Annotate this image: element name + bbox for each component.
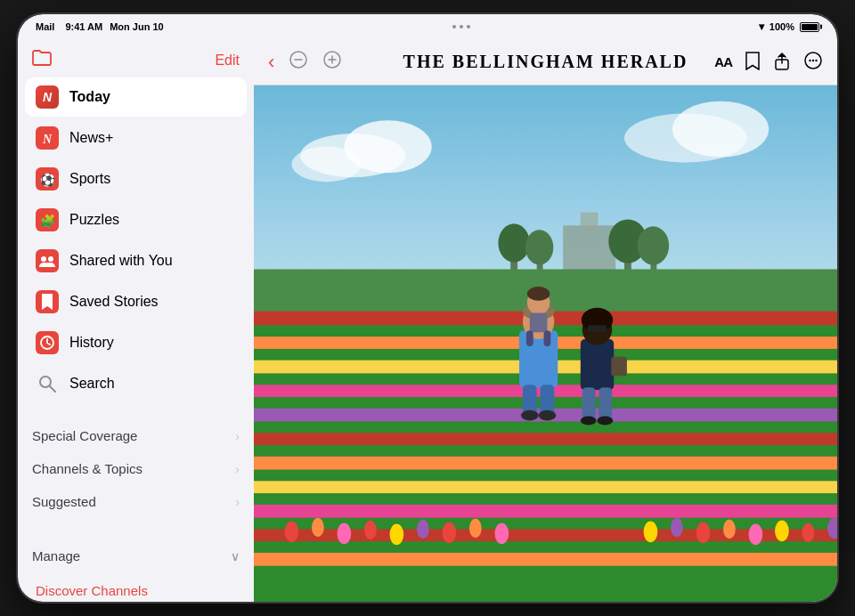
sidebar-item-sports[interactable]: ⚽ Sports (25, 159, 247, 199)
svg-point-90 (417, 520, 429, 539)
back-button[interactable]: ‹ (268, 51, 274, 74)
sidebar-item-sharedwithyou[interactable]: Shared with You (25, 241, 247, 280)
like-button[interactable] (322, 50, 342, 74)
svg-point-98 (749, 524, 763, 546)
svg-rect-55 (254, 481, 837, 495)
svg-rect-80 (582, 387, 596, 420)
main-content: ‹ (254, 39, 837, 602)
svg-point-27 (291, 147, 362, 182)
publication-title: The Bellingham Herald (403, 52, 688, 72)
status-app: Mail (36, 21, 54, 32)
folder-icon[interactable] (32, 50, 52, 70)
dot2 (460, 25, 463, 28)
manage-label: Manage (32, 548, 80, 563)
manage-header[interactable]: Manage ∨ (18, 539, 254, 572)
sidebar-header: Edit (18, 39, 254, 77)
sharedwithyou-icon (36, 249, 59, 272)
svg-line-13 (50, 386, 55, 392)
svg-rect-79 (588, 325, 607, 332)
dot1 (452, 25, 456, 28)
svg-point-35 (525, 230, 553, 264)
font-size-button[interactable]: AA (714, 54, 732, 69)
dislike-button[interactable] (289, 50, 308, 74)
svg-rect-70 (526, 330, 533, 346)
sidebar-item-label-savedstories: Saved Stories (69, 294, 159, 310)
section-label-channels-topics: Channels & Topics (32, 461, 142, 476)
sidebar-item-label-today: Today (69, 89, 110, 105)
section-label-suggested: Suggested (32, 494, 96, 509)
toolbar-center: The Bellingham Herald (393, 52, 698, 72)
puzzles-icon: 🧩 (36, 208, 59, 231)
app-content: Edit N Today N (18, 39, 837, 602)
svg-rect-57 (254, 505, 837, 520)
svg-point-100 (802, 523, 815, 543)
svg-point-39 (638, 226, 669, 264)
svg-point-88 (364, 521, 377, 540)
battery-fill (802, 24, 818, 30)
newsplus-icon: N (36, 126, 59, 150)
svg-text:N: N (42, 133, 53, 146)
svg-rect-50 (254, 421, 837, 434)
svg-rect-81 (598, 387, 612, 420)
svg-text:🧩: 🧩 (40, 214, 56, 229)
svg-point-29 (672, 101, 769, 158)
manage-items: Discover Channels Notifications & Email … (18, 572, 254, 602)
svg-point-23 (815, 59, 817, 61)
svg-rect-31 (581, 213, 598, 231)
status-bar-left: Mail 9:41 AM Mon Jun 10 (36, 21, 164, 32)
svg-point-12 (40, 377, 51, 387)
bookmark-button[interactable] (745, 51, 761, 74)
discover-channels-link[interactable]: Discover Channels (18, 576, 254, 602)
today-icon: N (36, 85, 59, 109)
svg-point-99 (775, 521, 789, 542)
history-icon (36, 331, 59, 354)
section-suggested[interactable]: Suggested › (18, 485, 254, 518)
status-bar: Mail 9:41 AM Mon Jun 10 ▾ 100% (18, 14, 837, 39)
tulip-field-scene (254, 85, 837, 602)
svg-point-94 (644, 522, 658, 543)
sidebar-item-today[interactable]: N Today (25, 77, 247, 117)
svg-rect-51 (254, 433, 837, 447)
more-button[interactable] (803, 51, 823, 74)
svg-point-8 (48, 256, 53, 262)
section-channels-topics[interactable]: Channels & Topics › (18, 452, 254, 485)
chevron-down-icon: ∨ (231, 549, 240, 563)
sports-icon: ⚽ (36, 167, 59, 190)
svg-point-83 (598, 417, 614, 426)
sidebar-item-label-sports: Sports (69, 171, 110, 187)
svg-point-87 (338, 523, 352, 545)
status-bar-right: ▾ 100% (759, 20, 819, 33)
status-date: Mon Jun 10 (110, 21, 164, 32)
svg-point-95 (671, 518, 683, 538)
chevron-right-icon: › (235, 429, 240, 443)
svg-point-86 (312, 518, 324, 538)
savedstories-icon (36, 290, 59, 313)
svg-point-33 (498, 223, 529, 262)
sidebar-item-savedstories[interactable]: Saved Stories (25, 282, 247, 321)
svg-point-21 (809, 59, 810, 61)
sidebar: Edit N Today N (18, 39, 254, 602)
toolbar-right: AA (698, 51, 823, 74)
battery-percent: 100% (770, 21, 794, 32)
share-button[interactable] (773, 51, 791, 74)
svg-rect-69 (530, 313, 548, 333)
sidebar-item-label-search: Search (69, 376, 115, 392)
battery-icon (800, 22, 819, 32)
nav-items: N Today N News+ (18, 77, 254, 405)
svg-rect-76 (581, 339, 614, 390)
svg-point-82 (581, 417, 597, 426)
edit-button[interactable]: Edit (215, 53, 240, 69)
sidebar-item-history[interactable]: History (25, 323, 247, 362)
svg-rect-54 (254, 470, 837, 483)
svg-rect-84 (611, 357, 627, 377)
section-special-coverage[interactable]: Special Coverage › (18, 419, 254, 452)
sidebar-item-puzzles[interactable]: 🧩 Puzzles (25, 200, 247, 239)
sidebar-item-newsplus[interactable]: N News+ (25, 118, 247, 158)
svg-point-89 (390, 524, 404, 546)
sidebar-item-label-history: History (69, 335, 114, 351)
sidebar-item-search[interactable]: Search (25, 364, 247, 403)
sidebar-item-label-newsplus: News+ (69, 130, 113, 146)
svg-point-74 (521, 410, 539, 421)
svg-point-7 (41, 256, 46, 262)
chevron-right-icon3: › (235, 495, 240, 509)
